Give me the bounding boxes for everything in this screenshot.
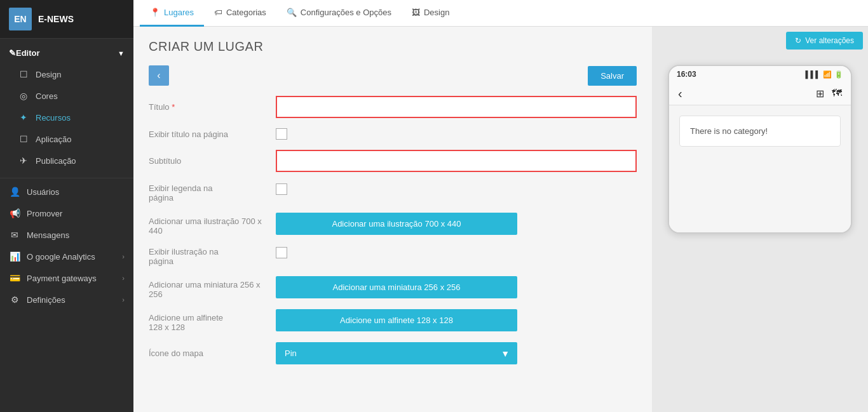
editor-icon: ✎ (9, 48, 16, 58)
sidebar-item-label: Recursos (36, 113, 71, 123)
upload-ilustracao-button[interactable]: Adicionar uma ilustração 700 x 440 (276, 213, 517, 235)
wifi-icon: 📶 (823, 70, 832, 79)
page-title: CRIAR UM LUGAR (149, 39, 637, 54)
promover-icon: 📢 (9, 208, 20, 218)
phone-status-bar: 16:03 ▌▌▌ 📶 🔋 (669, 66, 851, 83)
definicoes-arrow: › (122, 296, 125, 303)
titulo-wrapper (276, 96, 637, 118)
sidebar-item-usuarios[interactable]: 👤 Usuários (0, 181, 133, 203)
exibir-titulo-row: Exibir título na página (149, 128, 637, 140)
sidebar-item-mensagens[interactable]: ✉ Mensagens (0, 224, 133, 246)
sidebar-item-payment-gateways[interactable]: 💳 Payment gateways › (0, 267, 133, 289)
content-area: CRIAR UM LUGAR ‹ Salvar Título * Exibir … (133, 27, 868, 412)
sidebar-item-recursos[interactable]: ✦ Recursos (9, 107, 133, 128)
exibir-legenda-row: Exibir legenda napágina (149, 182, 637, 203)
tab-lugares[interactable]: 📍 Lugares (140, 0, 204, 27)
payment-arrow: › (122, 274, 125, 282)
upload-alfinete-button[interactable]: Adicione um alfinete 128 x 128 (276, 309, 517, 331)
preview-panel: ↻ Ver alterações 16:03 ▌▌▌ 📶 🔋 ‹ ⊞ 🗺 (652, 27, 868, 412)
sidebar-item-label: Cores (36, 91, 58, 101)
sidebar-item-publicacao[interactable]: ✈ Publicação (9, 150, 133, 171)
editor-header[interactable]: ✎ Editor ▼ (0, 43, 133, 63)
analytics-icon: 📊 (9, 251, 20, 262)
tab-categorias[interactable]: 🏷 Categorias (204, 0, 276, 27)
aplicacao-icon: ☐ (18, 134, 29, 144)
tab-design[interactable]: 🖼 Design (402, 0, 459, 27)
logo-icon: EN (9, 8, 32, 30)
refresh-icon: ↻ (795, 36, 801, 45)
icone-mapa-row: Ícone do mapa Pin ▼ (149, 342, 637, 364)
sidebar-item-promover[interactable]: 📢 Promover (0, 203, 133, 224)
back-button[interactable]: ‹ (149, 65, 169, 86)
publicacao-icon: ✈ (18, 156, 29, 166)
exibir-legenda-checkbox[interactable] (276, 183, 287, 195)
editor-section: ✎ Editor ▼ ☐ Design ◎ Cores ✦ Recursos ☐… (0, 39, 133, 175)
sidebar-item-label: Promover (27, 209, 62, 218)
phone-time: 16:03 (677, 70, 696, 79)
configuracoes-tab-icon: 🔍 (287, 8, 297, 17)
ver-alteracoes-button[interactable]: ↻ Ver alterações (786, 32, 863, 50)
tab-label: Design (424, 8, 449, 17)
exibir-legenda-label: Exibir legenda napágina (149, 182, 276, 203)
subtitulo-input[interactable] (278, 155, 634, 167)
design-tab-icon: 🖼 (412, 8, 420, 17)
sidebar-item-label: Payment gateways (27, 274, 97, 283)
analytics-arrow: › (122, 253, 125, 260)
editor-sub-items: ☐ Design ◎ Cores ✦ Recursos ☐ Aplicação … (0, 63, 133, 171)
cores-icon: ◎ (18, 91, 29, 101)
sidebar-item-label: Design (36, 70, 61, 79)
upload-miniatura-button[interactable]: Adicionar uma miniatura 256 x 256 (276, 276, 517, 298)
phone-message-box: There is no category! (679, 116, 841, 147)
tabs-bar: 📍 Lugares 🏷 Categorias 🔍 Configurações e… (133, 0, 868, 27)
editor-arrow: ▼ (118, 50, 125, 57)
map-icon[interactable]: 🗺 (832, 88, 842, 100)
phone-back-icon[interactable]: ‹ (678, 86, 682, 101)
subtitulo-label: Subtítulo (149, 156, 276, 166)
titulo-input[interactable] (278, 101, 634, 113)
exibir-titulo-checkbox[interactable] (276, 128, 287, 140)
battery-icon: 🔋 (834, 70, 843, 79)
categorias-tab-icon: 🏷 (214, 8, 222, 17)
exibir-ilustracao-label: Exibir ilustração napágina (149, 246, 276, 266)
tab-label: Categorias (226, 8, 266, 17)
ver-alteracoes-label: Ver alterações (805, 36, 854, 45)
sidebar-item-label: Definições (27, 295, 65, 305)
app-name: E-NEWS (38, 14, 74, 24)
signal-icon: ▌▌▌ (806, 70, 820, 78)
required-marker: * (172, 102, 175, 112)
miniatura-label: Adicionar uma miniatura 256 x 256 (149, 276, 276, 299)
ilustracao-row: Adicionar uma ilustração 700 x 440 Adici… (149, 213, 637, 236)
form-panel: CRIAR UM LUGAR ‹ Salvar Título * Exibir … (133, 27, 652, 412)
sidebar-item-label: Usuários (27, 187, 59, 197)
lugares-tab-icon: 📍 (150, 8, 160, 17)
sidebar-item-definicoes[interactable]: ⚙ Definições › (0, 289, 133, 310)
alfinete-label: Adicione um alfinete128 x 128 (149, 309, 276, 332)
tab-configuracoes[interactable]: 🔍 Configurações e Opções (276, 0, 402, 27)
tab-label: Lugares (164, 8, 194, 17)
miniatura-row: Adicionar uma miniatura 256 x 256 Adicio… (149, 276, 637, 299)
icone-mapa-label: Ícone do mapa (149, 349, 276, 358)
icone-mapa-select-wrapper: Pin ▼ (276, 342, 517, 364)
definicoes-icon: ⚙ (9, 295, 20, 305)
mensagens-icon: ✉ (9, 230, 20, 240)
sidebar-item-design[interactable]: ☐ Design (9, 63, 133, 85)
sidebar-item-cores[interactable]: ◎ Cores (9, 85, 133, 107)
sidebar-item-aplicacao[interactable]: ☐ Aplicação (9, 128, 133, 150)
icone-mapa-select[interactable]: Pin (276, 342, 517, 364)
sidebar-item-label: Publicação (36, 156, 76, 166)
sidebar-item-label: O google Analytics (27, 252, 95, 262)
phone-mockup: 16:03 ▌▌▌ 📶 🔋 ‹ ⊞ 🗺 There is no category… (668, 65, 852, 234)
payment-icon: 💳 (9, 273, 20, 283)
grid-icon[interactable]: ⊞ (816, 88, 824, 100)
usuarios-icon: 👤 (9, 187, 20, 197)
sidebar-item-google-analytics[interactable]: 📊 O google Analytics › (0, 246, 133, 267)
design-icon: ☐ (18, 69, 29, 79)
sidebar-item-label: Aplicação (36, 135, 71, 144)
exibir-titulo-label: Exibir título na página (149, 130, 276, 139)
save-button[interactable]: Salvar (588, 66, 637, 86)
app-logo: EN E-NEWS (0, 0, 133, 39)
editor-label: Editor (16, 48, 40, 58)
exibir-ilustracao-checkbox[interactable] (276, 247, 287, 258)
sidebar-item-label: Mensagens (27, 230, 69, 240)
sidebar: EN E-NEWS ✎ Editor ▼ ☐ Design ◎ Cores ✦ … (0, 0, 133, 412)
